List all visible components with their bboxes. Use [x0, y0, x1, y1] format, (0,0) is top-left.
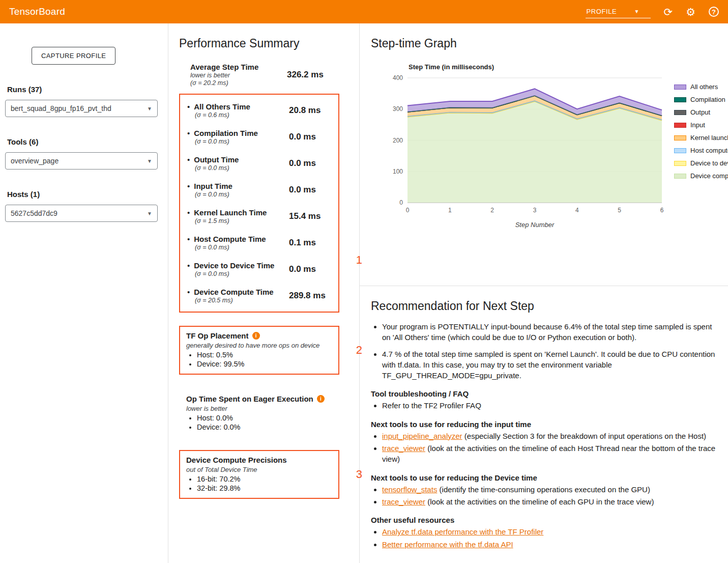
- step-time-graph-card: Step-time Graph Step Time (in millisecon…: [360, 37, 728, 286]
- sidebar: CAPTURE PROFILE Runs (37) bert_squad_8gp…: [0, 23, 168, 563]
- info-icon[interactable]: i: [317, 395, 325, 403]
- metric-value: 20.8 ms: [289, 105, 321, 116]
- annotation-number-3: 3: [356, 468, 362, 481]
- rec-item-text: (especially Section 3 for the breakdown …: [462, 432, 706, 440]
- metric-value: 0.0 ms: [289, 185, 316, 195]
- metric-label: Kernel Launch Time: [194, 208, 267, 217]
- annotation-number-1: 1: [356, 254, 362, 267]
- rec-link-input-pipeline-analyzer[interactable]: input_pipeline_analyzer: [382, 432, 462, 440]
- bullet: •: [187, 182, 190, 190]
- dashboard-select[interactable]: PROFILE ▼: [586, 6, 651, 18]
- metric-sigma: (σ = 1.5 ms): [195, 217, 289, 224]
- bullet: •: [187, 155, 190, 164]
- runs-select[interactable]: bert_squad_8gpu_fp16_pvt_thd ▼: [5, 100, 158, 117]
- precision-16bit-stat: 16-bit: 70.2%: [197, 475, 332, 483]
- metric-label: Compilation Time: [194, 129, 258, 137]
- dashboard-select-value: PROFILE: [587, 8, 617, 15]
- bullet: •: [187, 102, 190, 111]
- svg-text:Step Number: Step Number: [515, 221, 555, 229]
- device-precisions-title: Device Compute Precisions: [186, 456, 287, 464]
- legend-item: Kernel launch: [674, 134, 728, 142]
- annotation-number-2: 2: [356, 344, 362, 357]
- hosts-select[interactable]: 5627c5dd7dc9 ▼: [5, 205, 158, 222]
- legend-swatch: [674, 148, 686, 153]
- svg-text:2: 2: [490, 207, 494, 214]
- metric-row: •Host Compute Time (σ = 0.0 ms) 0.1 ms: [187, 230, 331, 256]
- rec-section-heading: Tool troubleshooting / FAQ: [371, 389, 717, 398]
- rec-item-text: (look at the activities on the timeline …: [425, 497, 654, 506]
- app-title: TensorBoard: [9, 6, 65, 17]
- tensorboard-app: TensorBoard PROFILE ▼ ⟳ ⚙ ? CAPTURE PROF…: [0, 0, 728, 563]
- bullet: •: [187, 235, 190, 243]
- svg-text:3: 3: [533, 207, 537, 214]
- legend-item: Input: [674, 121, 728, 129]
- step-time-graph-title: Step-time Graph: [371, 37, 717, 50]
- legend-label: Device compute: [690, 172, 728, 180]
- tf-op-host-stat: Host: 0.5%: [197, 351, 332, 359]
- recommendation-bullets: Your program is POTENTIALLY input-bound …: [371, 321, 717, 381]
- metric-row: •Input Time (σ = 0.0 ms) 0.0 ms: [187, 177, 331, 203]
- average-step-time-row: Average Step Time lower is better (σ = 2…: [190, 63, 348, 87]
- metric-row: •Output Time (σ = 0.0 ms) 0.0 ms: [187, 150, 331, 177]
- rec-section-resources: Other useful resources Analyze tf.data p…: [371, 516, 717, 550]
- tf-op-device-stat: Device: 99.5%: [197, 360, 332, 368]
- rec-section-device-time: Next tools to use for reducing the Devic…: [371, 473, 717, 508]
- rec-link-tfdata-api[interactable]: Better performance with the tf.data API: [382, 540, 513, 549]
- metric-value: 289.8 ms: [289, 291, 326, 301]
- hosts-select-value: 5627c5dd7dc9: [11, 209, 57, 217]
- eager-host-stat: Host: 0.0%: [197, 414, 332, 422]
- step-time-chart: Step Time (in milliseconds)0100200300400…: [384, 63, 669, 231]
- metric-sigma: (σ = 0.0 ms): [195, 138, 289, 145]
- metric-label: All Others Time: [194, 102, 250, 111]
- svg-text:Step Time (in milliseconds): Step Time (in milliseconds): [409, 63, 494, 71]
- bullet: •: [187, 208, 190, 217]
- recommendation-bullet: Your program is POTENTIALLY input-bound …: [382, 321, 717, 343]
- metric-value: 15.4 ms: [289, 211, 321, 221]
- performance-summary-title: Performance Summary: [179, 37, 348, 50]
- legend-swatch: [674, 135, 686, 140]
- average-step-time-sigma: (σ = 20.2 ms): [190, 79, 287, 87]
- device-precisions-annotation: Device Compute Precisions out of Total D…: [179, 450, 348, 499]
- chevron-down-icon: ▼: [147, 211, 152, 216]
- rec-link-tfdata-profiler[interactable]: Analyze tf.data performance with the TF …: [382, 527, 543, 536]
- svg-text:200: 200: [393, 137, 403, 144]
- help-icon[interactable]: ?: [709, 7, 719, 17]
- main-layout: CAPTURE PROFILE Runs (37) bert_squad_8gp…: [0, 23, 728, 563]
- metric-value: 0.0 ms: [289, 132, 316, 142]
- right-panel: Step-time Graph Step Time (in millisecon…: [360, 23, 728, 563]
- legend-item: Host compute: [674, 147, 728, 154]
- tools-select[interactable]: overview_page ▼: [5, 152, 158, 170]
- top-bar: TensorBoard PROFILE ▼ ⟳ ⚙ ?: [0, 0, 728, 23]
- legend-item: All others: [674, 83, 728, 91]
- svg-text:300: 300: [393, 105, 403, 112]
- chevron-down-icon: ▼: [147, 158, 152, 164]
- info-icon[interactable]: i: [252, 332, 260, 340]
- average-step-time-label: Average Step Time: [190, 63, 287, 71]
- svg-text:400: 400: [393, 74, 403, 81]
- rec-section-heading: Next tools to use for reducing the Devic…: [371, 473, 717, 482]
- metric-value: 0.0 ms: [289, 158, 316, 168]
- rec-link-tensorflow-stats[interactable]: tensorflow_stats: [382, 485, 437, 494]
- gear-icon[interactable]: ⚙: [686, 7, 695, 17]
- recommendation-title: Recommendation for Next Step: [371, 299, 717, 313]
- refresh-icon[interactable]: ⟳: [664, 7, 673, 17]
- legend-label: Kernel launch: [690, 134, 728, 142]
- metric-row: •Device to Device Time (σ = 0.0 ms) 0.0 …: [187, 256, 331, 283]
- tf-op-placement-subtitle: generally desired to have more ops on de…: [186, 342, 332, 349]
- capture-profile-button[interactable]: CAPTURE PROFILE: [32, 47, 115, 65]
- metric-sigma: (σ = 0.0 ms): [195, 191, 289, 198]
- legend-swatch: [674, 110, 686, 115]
- rec-item-text: (look at the activities on the timeline …: [382, 444, 715, 463]
- chart-legend: All othersCompilationOutputInputKernel l…: [674, 83, 728, 231]
- rec-link-trace-viewer[interactable]: trace_viewer: [382, 444, 425, 453]
- eager-execution-block: Op Time Spent on Eager Execution i lower…: [179, 390, 339, 437]
- legend-label: Device to device: [690, 159, 728, 167]
- runs-select-value: bert_squad_8gpu_fp16_pvt_thd: [11, 104, 111, 112]
- device-precisions-box: Device Compute Precisions out of Total D…: [179, 450, 339, 499]
- rec-item-text: (identify the time-consuming operations …: [437, 485, 650, 494]
- legend-swatch: [674, 161, 686, 166]
- metric-label: Device Compute Time: [194, 288, 273, 296]
- svg-text:0: 0: [399, 199, 403, 206]
- rec-section-heading: Next tools to use for reducing the input…: [371, 420, 717, 429]
- rec-link-trace-viewer[interactable]: trace_viewer: [382, 497, 425, 506]
